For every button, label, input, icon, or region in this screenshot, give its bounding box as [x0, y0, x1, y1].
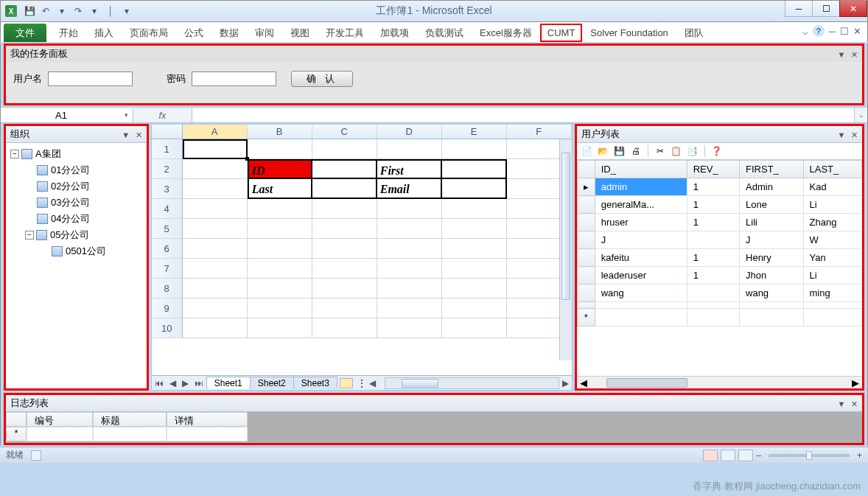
- spreadsheet[interactable]: ABCDEF 12IDFirst3LastEmail45678910 ⏮ ◀ ▶…: [151, 124, 573, 391]
- qat-customize[interactable]: ▾: [120, 4, 133, 18]
- cell[interactable]: [248, 279, 312, 298]
- cell[interactable]: ID: [248, 159, 312, 179]
- cell[interactable]: [442, 259, 507, 279]
- tree-node[interactable]: 04分公司: [7, 211, 145, 227]
- row-header[interactable]: 6: [152, 239, 183, 259]
- ribbon-tab[interactable]: 负载测试: [417, 24, 472, 42]
- cell[interactable]: [248, 318, 312, 338]
- log-col-header[interactable]: 详情: [167, 412, 248, 427]
- cell[interactable]: [377, 219, 442, 239]
- formula-input[interactable]: [192, 108, 854, 122]
- password-input[interactable]: [192, 71, 276, 86]
- user-row[interactable]: generalMa...1LoneLi: [577, 196, 861, 214]
- cell[interactable]: [248, 298, 312, 318]
- name-box[interactable]: A1: [1, 108, 133, 122]
- macro-record-icon[interactable]: [31, 450, 41, 461]
- cell[interactable]: [248, 219, 312, 239]
- task-panel-dropdown-icon[interactable]: ▼: [837, 50, 845, 59]
- view-layout-button[interactable]: [721, 450, 735, 461]
- log-panel-close-icon[interactable]: ✕: [851, 399, 858, 408]
- cell[interactable]: [183, 159, 248, 179]
- user-row[interactable]: kafeitu1HenryYan: [577, 249, 861, 267]
- user-row[interactable]: JJW: [577, 231, 861, 249]
- user-row[interactable]: hruser1LiliZhang: [577, 214, 861, 231]
- column-headers[interactable]: ABCDEF: [152, 125, 572, 139]
- ribbon-tab[interactable]: CUMT: [540, 24, 583, 42]
- cell[interactable]: Last: [248, 179, 312, 199]
- cell[interactable]: [248, 199, 312, 219]
- row-header[interactable]: 2: [152, 159, 183, 179]
- horizontal-scrollbar[interactable]: [385, 377, 559, 389]
- column-header[interactable]: C: [312, 125, 377, 139]
- cell[interactable]: [312, 219, 377, 239]
- tree-node[interactable]: 02分公司: [7, 178, 145, 195]
- zoom-out-button[interactable]: –: [756, 450, 761, 461]
- cell[interactable]: [312, 139, 377, 159]
- ribbon-tab[interactable]: 团队: [676, 24, 712, 42]
- toolbar-icon[interactable]: 📂: [598, 145, 609, 157]
- tree-node[interactable]: 0501公司: [7, 243, 145, 259]
- window-maximize[interactable]: ☐: [812, 1, 840, 17]
- tree-collapse-icon[interactable]: −: [10, 150, 19, 158]
- hscroll-right[interactable]: ▶: [559, 378, 572, 388]
- ribbon-tab[interactable]: 加载项: [372, 24, 417, 42]
- row-header[interactable]: 9: [152, 298, 183, 318]
- cell[interactable]: [312, 318, 377, 338]
- cell[interactable]: Email: [377, 179, 442, 199]
- cell[interactable]: [377, 279, 442, 298]
- fx-icon[interactable]: fx: [133, 108, 192, 122]
- cell[interactable]: [183, 199, 248, 219]
- user-row[interactable]: wangwangming: [577, 284, 861, 302]
- org-panel-dropdown-icon[interactable]: ▼: [122, 130, 130, 139]
- window-minimize[interactable]: ─: [785, 1, 813, 17]
- cell[interactable]: [442, 239, 507, 259]
- help-icon[interactable]: ?: [813, 25, 825, 37]
- toolbar-icon[interactable]: ✂: [654, 145, 666, 157]
- zoom-slider[interactable]: [769, 454, 850, 457]
- toolbar-icon[interactable]: 📑: [687, 145, 699, 157]
- cell[interactable]: [442, 318, 507, 338]
- row-header[interactable]: 1: [152, 139, 183, 159]
- view-pagebreak-button[interactable]: [738, 450, 753, 461]
- row-header[interactable]: 7: [152, 259, 183, 279]
- cell[interactable]: [312, 159, 377, 179]
- user-panel-dropdown-icon[interactable]: ▼: [837, 130, 845, 139]
- ribbon-tab[interactable]: Excel服务器: [472, 24, 540, 42]
- column-header[interactable]: F: [507, 125, 572, 139]
- select-all-corner[interactable]: [152, 125, 183, 139]
- cell[interactable]: [312, 199, 377, 219]
- cell[interactable]: [183, 298, 248, 318]
- vertical-scrollbar[interactable]: [559, 139, 572, 360]
- toolbar-icon[interactable]: 📄: [581, 145, 593, 157]
- username-input[interactable]: [48, 71, 133, 86]
- ribbon-tab[interactable]: 审阅: [247, 24, 282, 42]
- sheet-nav-last[interactable]: ⏭: [192, 378, 206, 388]
- qat-save[interactable]: 💾: [23, 4, 36, 18]
- cell[interactable]: [183, 239, 248, 259]
- user-col-header[interactable]: REV_: [687, 161, 739, 178]
- cell[interactable]: [442, 219, 507, 239]
- ribbon-tab[interactable]: 开始: [51, 24, 86, 42]
- workbook-restore[interactable]: ☐: [840, 26, 849, 37]
- user-grid[interactable]: ID_REV_FIRST_LAST_▸admin1AdminKadgeneral…: [577, 160, 862, 376]
- sheet-tab[interactable]: Sheet2: [250, 377, 294, 389]
- qat-redo-more[interactable]: ▾: [88, 4, 101, 18]
- new-sheet-button[interactable]: [340, 378, 353, 388]
- cell[interactable]: [377, 259, 442, 279]
- user-col-header[interactable]: LAST_: [803, 161, 861, 178]
- view-normal-button[interactable]: [703, 450, 718, 461]
- cell[interactable]: First: [377, 159, 442, 179]
- toolbar-icon[interactable]: ❓: [711, 145, 723, 157]
- cell[interactable]: [183, 219, 248, 239]
- row-header[interactable]: 10: [152, 318, 183, 338]
- cell[interactable]: [183, 279, 248, 298]
- user-col-header[interactable]: FIRST_: [740, 161, 804, 178]
- log-panel-dropdown-icon[interactable]: ▼: [837, 399, 845, 408]
- cell[interactable]: [183, 259, 248, 279]
- cell[interactable]: [377, 199, 442, 219]
- confirm-button[interactable]: 确 认: [291, 71, 353, 87]
- column-header[interactable]: A: [183, 125, 248, 139]
- sheet-nav-first[interactable]: ⏮: [152, 378, 167, 388]
- log-grid[interactable]: 编号 标题 详情 *: [6, 412, 862, 443]
- row-header[interactable]: 8: [152, 279, 183, 298]
